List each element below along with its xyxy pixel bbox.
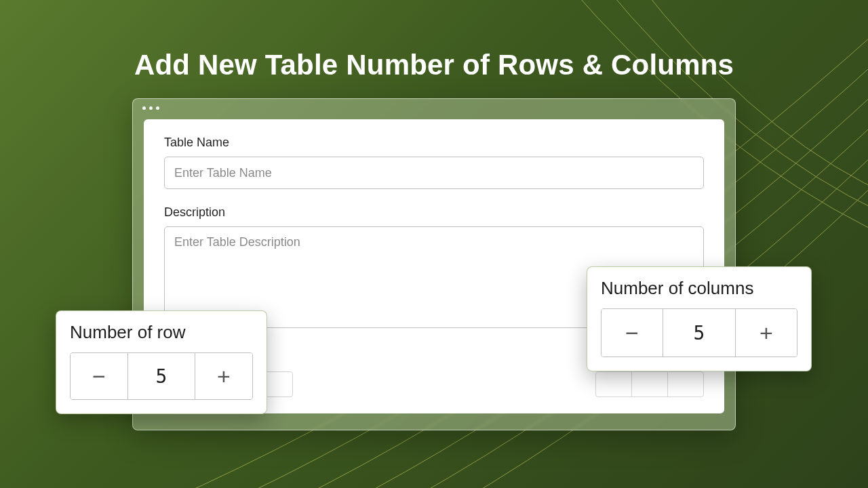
description-label: Description [164,205,704,220]
rows-value: 5 [127,353,195,399]
minus-icon: − [625,321,639,344]
window-control-dot [142,106,146,110]
table-name-label: Table Name [164,136,704,150]
columns-stepper-card: Number of columns − 5 + [587,266,812,371]
page-title: Add New Table Number of Rows & Columns [0,49,868,81]
rows-stepper-card: Number of row − 5 + [56,310,267,414]
rows-decrement-button[interactable]: − [71,353,127,399]
rows-increment-button[interactable]: + [195,353,252,399]
columns-value: 5 [663,309,736,357]
columns-decrement-button[interactable]: − [601,309,663,357]
plus-icon: + [760,321,773,344]
columns-increment-button[interactable]: + [736,309,797,357]
window-control-dot [149,106,153,110]
columns-stepper-title: Number of columns [601,278,797,299]
ghost-columns-stepper-behind [595,371,704,397]
minus-icon: − [92,365,106,388]
plus-icon: + [217,365,231,388]
rows-stepper: − 5 + [70,352,253,400]
rows-stepper-title: Number of row [70,322,253,343]
table-name-input[interactable] [164,157,704,189]
window-titlebar [133,99,735,117]
window-control-dot [156,106,159,110]
columns-stepper: − 5 + [601,308,797,357]
